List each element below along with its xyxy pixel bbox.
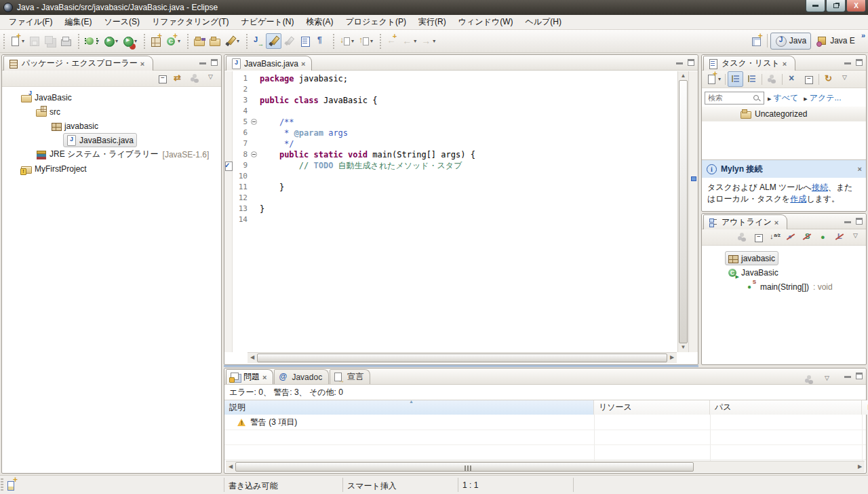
minimize-view-icon[interactable] (844, 221, 851, 223)
code-line[interactable]: // TODO 自動生成されたメソッド・スタブ (260, 160, 677, 171)
task-overview-marker[interactable] (691, 176, 696, 181)
close-view-icon[interactable] (774, 218, 778, 227)
outline-item-2[interactable]: main(String[]) : void (702, 280, 866, 294)
editor-tab-javabasic[interactable]: JavaBasic.java (226, 56, 312, 71)
code-line[interactable]: } (260, 204, 677, 214)
scroll-up-icon[interactable]: ▲ (678, 71, 688, 81)
perspective-java-e-button[interactable]: Java E (811, 33, 860, 50)
code-line[interactable]: public static void main(String[] args) { (260, 149, 677, 160)
close-window-button[interactable]: X (846, 0, 866, 12)
tree-item-MyFirstProject[interactable]: MyFirstProject (2, 162, 221, 176)
column-header-3[interactable]: ロケーション (862, 400, 868, 415)
tl-complete-task-button[interactable] (785, 71, 800, 87)
code-line[interactable]: public class JavaBasic { (260, 95, 677, 106)
tree-item-src[interactable]: src (2, 104, 221, 119)
ol-green-dot-button[interactable] (816, 229, 831, 245)
menu-item-6[interactable]: プロジェクト(P) (339, 14, 412, 30)
code-line[interactable]: } (260, 182, 677, 193)
maximize-view-icon[interactable] (211, 59, 218, 66)
outline-item-1[interactable]: JavaBasic (702, 265, 866, 280)
maximize-view-icon[interactable] (856, 59, 863, 66)
ol-sort-az-button[interactable] (767, 229, 783, 245)
problems-tab-2[interactable]: 宣言 (330, 369, 370, 384)
outline-tab[interactable]: アウトライン (703, 214, 787, 229)
fast-view-icon[interactable] (5, 479, 17, 491)
pkg-person-button[interactable] (187, 71, 203, 86)
code-line[interactable] (260, 214, 677, 225)
column-header-1[interactable]: リソース (594, 400, 710, 415)
show-source-button[interactable] (297, 33, 313, 49)
tl-tree-cat-button[interactable] (728, 71, 743, 87)
editor-horizontal-scrollbar[interactable]: ◀ ▶ (248, 352, 677, 363)
editor-problems-sash[interactable] (224, 365, 698, 367)
tree-item-JavaBasic.java[interactable]: JavaBasic.java (2, 133, 221, 147)
code-line[interactable] (260, 171, 677, 182)
code-line[interactable]: /** (260, 117, 677, 128)
prev-annotation-button[interactable] (356, 33, 375, 49)
run-button[interactable] (101, 33, 120, 49)
pkg-view-menu-button[interactable] (203, 71, 219, 86)
scroll-down-icon[interactable]: ▼ (678, 343, 688, 352)
ol-hide-fields-button[interactable] (783, 229, 799, 245)
new-java-project-button[interactable] (148, 33, 163, 49)
close-tab-icon[interactable] (262, 373, 267, 381)
external-tools-button[interactable] (120, 33, 139, 49)
dropdown-arrow-icon[interactable] (718, 76, 721, 82)
tl-new-task-button[interactable] (704, 71, 723, 87)
code-line[interactable] (260, 106, 677, 117)
folding-ruler[interactable] (250, 71, 258, 352)
outline-tree[interactable]: javabasicJavaBasicmain(String[]) : void (702, 246, 866, 364)
ol-person-button[interactable] (734, 229, 750, 245)
back-button[interactable] (399, 33, 418, 49)
open-perspective-button[interactable] (749, 33, 764, 49)
scrollbar-thumb[interactable] (235, 462, 694, 472)
code-editor[interactable]: package javabasic;public class JavaBasic… (258, 71, 677, 352)
scroll-right-icon[interactable]: ▶ (856, 462, 864, 472)
menu-item-1[interactable]: 編集(E) (58, 14, 98, 30)
close-view-icon[interactable] (783, 60, 787, 68)
menu-item-9[interactable]: ヘルプ(H) (519, 14, 568, 30)
last-edit-location-button[interactable] (384, 33, 399, 49)
scroll-right-icon[interactable]: ▶ (668, 353, 676, 362)
minimize-view-icon[interactable] (844, 62, 851, 64)
dropdown-arrow-icon[interactable] (134, 38, 137, 44)
dismiss-mylyn-icon[interactable] (858, 165, 862, 173)
fold-collapse-icon[interactable] (251, 119, 257, 125)
tl-person-button[interactable] (764, 71, 780, 87)
ol-view-menu-button[interactable] (848, 229, 864, 245)
ol-hide-static-button[interactable] (800, 229, 815, 245)
tl-tree-flat-button[interactable] (744, 71, 760, 87)
dropdown-arrow-icon[interactable] (433, 38, 435, 44)
package-explorer-tab[interactable]: パッケージ・エクスプローラー (3, 56, 153, 71)
task-filter-link-1[interactable]: アクテ... (804, 92, 841, 104)
scrollbar-thumb[interactable] (257, 354, 667, 362)
pkg-link-editor-button[interactable] (171, 71, 186, 86)
tl-view-menu-button[interactable] (837, 71, 853, 87)
tl-sync-button[interactable] (821, 71, 837, 87)
ol-hide-local-button[interactable] (832, 229, 848, 245)
last-java-edit-button[interactable] (250, 33, 266, 49)
menu-item-7[interactable]: 実行(R) (412, 14, 452, 30)
scrollbar-thumb[interactable] (679, 80, 688, 343)
code-line[interactable] (260, 193, 677, 204)
ink-button[interactable] (281, 33, 297, 49)
scroll-left-icon[interactable]: ◀ (226, 462, 235, 472)
mylyn-link[interactable]: 作成 (790, 194, 806, 204)
perspective-java-button[interactable]: Java (770, 33, 811, 50)
scroll-left-icon[interactable]: ◀ (248, 353, 256, 362)
ol-collapse-all-button[interactable] (751, 229, 766, 245)
next-annotation-button[interactable] (337, 33, 356, 49)
mark-occurrences-button[interactable] (266, 33, 281, 49)
dropdown-arrow-icon[interactable] (22, 38, 24, 44)
editor-vertical-scrollbar[interactable]: ▲ ▼ (677, 71, 688, 352)
menu-item-3[interactable]: リファクタリング(T) (146, 14, 235, 30)
close-view-icon[interactable] (140, 60, 144, 68)
menu-item-2[interactable]: ソース(S) (98, 14, 146, 30)
new-wizard-button[interactable] (7, 33, 26, 49)
maximize-view-icon[interactable] (856, 373, 863, 379)
save-all-button[interactable] (42, 33, 58, 49)
debug-button[interactable] (82, 33, 101, 49)
tree-item-javabasic[interactable]: javabasic (2, 119, 221, 133)
menu-item-8[interactable]: ウィンドウ(W) (452, 14, 519, 30)
save-button[interactable] (26, 33, 42, 49)
